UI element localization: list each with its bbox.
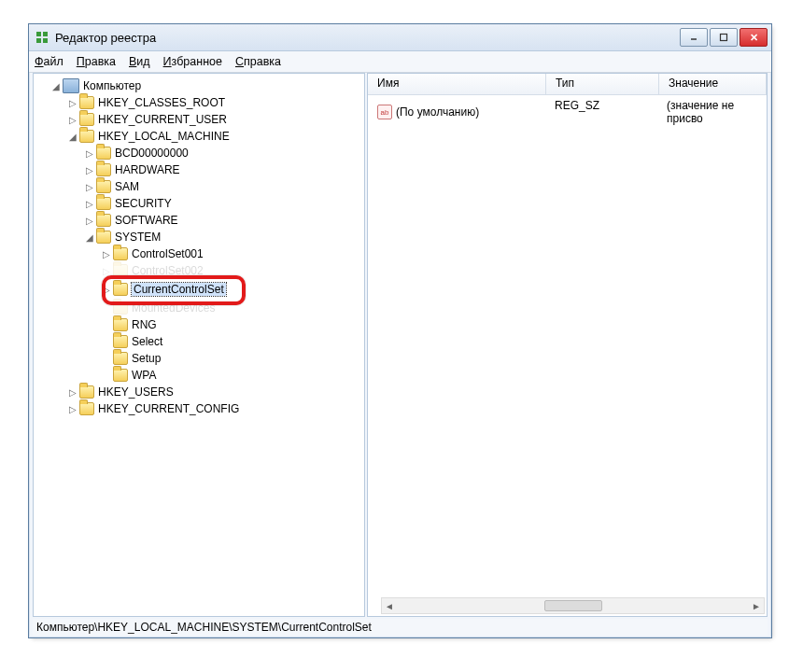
folder-icon [79, 96, 94, 109]
svg-rect-5 [721, 35, 727, 41]
maximize-button[interactable] [710, 28, 738, 47]
expand-icon[interactable]: ▷ [84, 216, 94, 226]
tree-node-hardware[interactable]: ▷HARDWARE [35, 161, 362, 178]
tree-label: HKEY_USERS [98, 385, 174, 399]
expand-icon[interactable]: ▷ [101, 266, 111, 276]
titlebar[interactable]: Редактор реестра ✕ [29, 24, 771, 51]
folder-icon [79, 130, 94, 143]
cell-type: REG_SZ [545, 97, 657, 127]
tree-label: RNG [132, 318, 157, 331]
folder-icon [79, 402, 94, 415]
status-path: Компьютер\HKEY_LOCAL_MACHINE\SYSTEM\Curr… [36, 621, 372, 634]
svg-rect-2 [36, 38, 41, 43]
tree-label: SYSTEM [115, 231, 161, 244]
tree-label: MountedDevices [132, 301, 215, 315]
collapse-icon[interactable]: ◢ [67, 132, 77, 142]
tree-label: BCD00000000 [115, 147, 189, 160]
tree-node-computer[interactable]: ◢Компьютер [35, 77, 362, 94]
tree-node-hku[interactable]: ▷HKEY_USERS [35, 384, 362, 400]
tree-node-wpa[interactable]: WPA [35, 367, 362, 384]
expand-icon[interactable]: ▷ [67, 387, 77, 398]
tree-label: HARDWARE [115, 163, 180, 176]
minimize-button[interactable] [680, 28, 708, 47]
expand-icon[interactable]: ▷ [67, 98, 77, 108]
menu-view[interactable]: Вид [129, 55, 150, 68]
scroll-thumb[interactable] [544, 600, 602, 611]
tree-node-hkcr[interactable]: ▷HKEY_CLASSES_ROOT [35, 94, 362, 111]
tree-label: ControlSet001 [132, 247, 204, 260]
regedit-app-icon [35, 30, 49, 45]
expand-icon[interactable]: ▷ [101, 249, 111, 259]
folder-icon [96, 147, 111, 160]
expand-icon[interactable]: ▷ [67, 115, 77, 125]
tree-label: HKEY_CLASSES_ROOT [98, 96, 225, 109]
tree-label: SECURITY [115, 197, 172, 210]
menu-fav[interactable]: Избранное [163, 55, 222, 68]
close-button[interactable]: ✕ [740, 28, 768, 47]
menubar: Файл Правка Вид Избранное Справка [29, 51, 771, 73]
tree-node-mounteddevices[interactable]: MountedDevices [35, 300, 362, 316]
tree-node-software[interactable]: ▷SOFTWARE [35, 212, 362, 229]
value-row-default[interactable]: ab(По умолчанию) REG_SZ (значение не при… [368, 95, 767, 129]
svg-rect-0 [36, 32, 41, 36]
tree-node-select[interactable]: Select [35, 333, 362, 350]
tree-label: SOFTWARE [115, 214, 178, 227]
tree-node-controlset002[interactable]: ▷ControlSet002 [35, 262, 362, 279]
menu-edit[interactable]: Правка [77, 55, 116, 68]
folder-icon [96, 214, 111, 227]
tree-node-rng[interactable]: RNG [35, 316, 362, 333]
tree-label: Компьютер [83, 79, 141, 92]
folder-icon [113, 301, 128, 315]
tree-node-security[interactable]: ▷SECURITY [35, 195, 362, 212]
tree-node-sam[interactable]: ▷SAM [35, 178, 362, 195]
tree-label: HKEY_LOCAL_MACHINE [98, 130, 230, 143]
tree-node-hkcu[interactable]: ▷HKEY_CURRENT_USER [35, 111, 362, 128]
string-value-icon: ab [377, 105, 392, 119]
menu-file[interactable]: Файл [35, 55, 63, 68]
regedit-window: Редактор реестра ✕ Файл Правка Вид Избра… [28, 23, 772, 638]
tree-node-setup[interactable]: Setup [35, 350, 362, 367]
col-name[interactable]: Имя [368, 74, 546, 94]
expand-icon[interactable]: ▷ [84, 182, 94, 192]
menu-help[interactable]: Справка [235, 55, 281, 68]
value-list[interactable]: Имя Тип Значение ab(По умолчанию) REG_SZ… [367, 73, 768, 617]
svg-rect-3 [43, 38, 48, 43]
horizontal-scrollbar[interactable]: ◄ ► [381, 597, 765, 614]
folder-icon [96, 197, 111, 210]
expand-icon[interactable]: ▷ [101, 285, 111, 295]
folder-icon [79, 385, 94, 399]
col-value[interactable]: Значение [659, 74, 767, 94]
tree-node-controlset001[interactable]: ▷ControlSet001 [35, 245, 362, 262]
expand-icon[interactable]: ▷ [84, 165, 94, 175]
expand-icon[interactable]: ▷ [84, 148, 94, 159]
folder-icon [96, 180, 111, 193]
tree-node-bcd[interactable]: ▷BCD00000000 [35, 145, 362, 161]
collapse-icon[interactable]: ◢ [50, 81, 61, 91]
folder-icon [96, 231, 111, 244]
tree-node-hkcc[interactable]: ▷HKEY_CURRENT_CONFIG [35, 400, 362, 417]
registry-tree[interactable]: ◢Компьютер ▷HKEY_CLASSES_ROOT ▷HKEY_CURR… [33, 73, 365, 617]
tree-label: HKEY_CURRENT_USER [98, 113, 227, 126]
status-bar: Компьютер\HKEY_LOCAL_MACHINE\SYSTEM\Curr… [33, 619, 768, 636]
tree-node-hklm[interactable]: ◢HKEY_LOCAL_MACHINE [35, 128, 362, 145]
scroll-left-icon[interactable]: ◄ [382, 599, 397, 612]
col-type[interactable]: Тип [546, 74, 659, 94]
folder-icon [113, 369, 128, 382]
tree-label-selected: CurrentControlSet [132, 283, 226, 296]
expand-icon[interactable] [101, 303, 111, 314]
expand-icon[interactable]: ▷ [67, 404, 77, 414]
computer-icon [63, 78, 79, 93]
expand-icon[interactable]: ▷ [84, 199, 94, 209]
window-title: Редактор реестра [55, 31, 156, 45]
folder-icon [113, 318, 128, 331]
scroll-right-icon[interactable]: ► [749, 599, 764, 612]
tree-node-currentcontrolset[interactable]: ▷CurrentControlSet [35, 279, 362, 300]
svg-rect-1 [43, 32, 48, 36]
tree-label: WPA [132, 369, 156, 382]
folder-icon [79, 113, 94, 126]
tree-node-system[interactable]: ◢SYSTEM [35, 229, 362, 245]
tree-label: HKEY_CURRENT_CONFIG [98, 402, 239, 415]
tree-label: Select [132, 335, 162, 348]
tree-label: Setup [132, 352, 161, 365]
collapse-icon[interactable]: ◢ [84, 232, 94, 243]
